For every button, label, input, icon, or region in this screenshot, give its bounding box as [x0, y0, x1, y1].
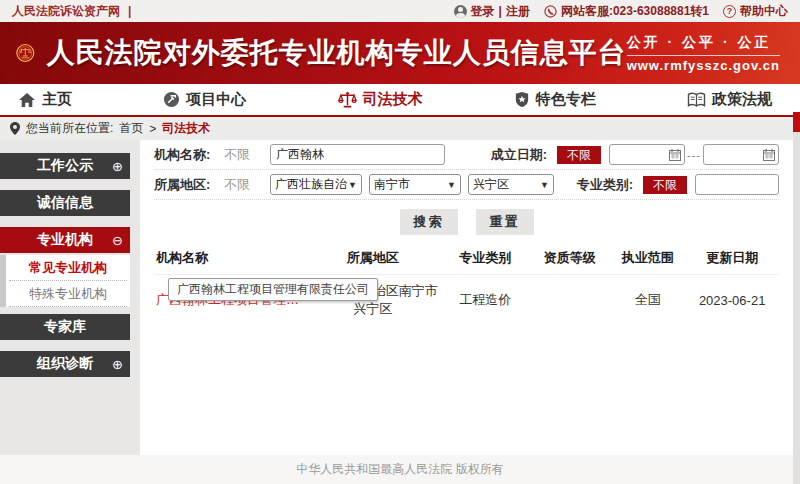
- col-updated: 更新日期: [685, 241, 779, 275]
- chevron-down-icon: ▼: [348, 180, 357, 190]
- sidebar-item-professional-orgs[interactable]: 专业机构 ⊖: [0, 227, 130, 253]
- expand-icon[interactable]: ⊕: [112, 357, 123, 372]
- category-input[interactable]: [695, 174, 779, 195]
- help-link[interactable]: 帮助中心: [740, 3, 788, 20]
- court-emblem-logo: [16, 31, 35, 75]
- collapse-icon[interactable]: ⊖: [112, 233, 123, 248]
- founded-date-end-input[interactable]: [703, 144, 779, 165]
- col-category: 专业类别: [442, 241, 530, 275]
- project-icon: [163, 91, 180, 108]
- province-select[interactable]: 广西壮族自治 ▼: [270, 174, 362, 195]
- org-grade-cell: [529, 275, 610, 326]
- org-scope-cell: 全国: [610, 275, 685, 326]
- professional-orgs-submenu: 常见专业机构 特殊专业机构: [0, 255, 130, 307]
- search-results-panel: 机构名称: 不限 成立日期: 不限 --- 所属地区: 不限 广西壮族自治 ▼ …: [140, 140, 793, 455]
- scales-icon: [338, 91, 357, 109]
- register-link[interactable]: 注册: [506, 3, 530, 20]
- help-icon: ?: [723, 5, 736, 18]
- nav-item-judicial-tech[interactable]: 司法技术: [338, 90, 423, 109]
- phone-icon: [544, 5, 557, 18]
- expand-icon[interactable]: ⊕: [112, 159, 123, 174]
- category-unlimited-button[interactable]: 不限: [643, 176, 687, 194]
- hotline-text: 网站客服:023-63088881转1: [561, 3, 709, 20]
- chevron-down-icon: ▼: [540, 180, 549, 190]
- sidebar-item-integrity-info[interactable]: 诚信信息: [0, 190, 130, 216]
- results-table-header-row: 机构名称 所属地区 专业类别 资质等级 执业范围 更新日期: [154, 241, 779, 275]
- city-select[interactable]: 南宁市 ▼: [369, 174, 461, 195]
- sidebar: 工作公示 ⊕ 诚信信息 专业机构 ⊖ 常见专业机构 特殊专业机构 专家库 组织诊…: [0, 153, 130, 388]
- login-register-divider: |: [499, 4, 502, 18]
- nav-item-project-center[interactable]: 项目中心: [163, 90, 246, 109]
- breadcrumb-home-link[interactable]: 首页: [119, 120, 143, 137]
- main-content-area: 工作公示 ⊕ 诚信信息 专业机构 ⊖ 常见专业机构 特殊专业机构 专家库 组织诊…: [0, 140, 800, 455]
- book-icon: [687, 92, 706, 108]
- chevron-down-icon: ▼: [447, 180, 456, 190]
- col-region: 所属地区: [304, 241, 442, 275]
- breadcrumb-separator: >: [149, 122, 156, 136]
- top-utility-bar: 人民法院诉讼资产网 | 登录 | 注册 网站客服:023-63088881转1 …: [0, 0, 800, 22]
- topbar-divider: |: [128, 4, 131, 18]
- nav-item-home[interactable]: 主页: [18, 90, 72, 109]
- sidebar-item-org-diagnosis[interactable]: 组织诊断 ⊕: [0, 351, 130, 377]
- col-grade: 资质等级: [529, 241, 610, 275]
- org-category-cell: 工程造价: [442, 275, 530, 326]
- copyright-text: 中华人民共和国最高人民法院 版权所有: [296, 461, 503, 478]
- category-label: 专业类别:: [577, 176, 633, 194]
- region-label: 所属地区:: [154, 176, 224, 194]
- user-icon: [454, 5, 467, 18]
- reset-button[interactable]: 重置: [476, 209, 534, 235]
- filter-actions: 搜索 重置: [140, 200, 793, 239]
- location-pin-icon: [10, 122, 20, 135]
- org-name-input[interactable]: [270, 144, 445, 165]
- site-slogan: 公开 · 公平 · 公正: [627, 34, 780, 52]
- founded-unlimited-button[interactable]: 不限: [557, 146, 601, 164]
- region-unlimited-option[interactable]: 不限: [224, 176, 270, 194]
- nav-item-featured-column[interactable]: 特色专栏: [514, 90, 596, 109]
- col-scope: 执业范围: [610, 241, 685, 275]
- search-button[interactable]: 搜索: [400, 209, 458, 235]
- founded-date-label: 成立日期:: [491, 146, 547, 164]
- sidebar-item-expert-pool[interactable]: 专家库: [0, 314, 130, 340]
- col-org-name: 机构名称: [154, 241, 304, 275]
- page-scrollbar-thumb[interactable]: [793, 112, 800, 132]
- sidebar-subitem-special-orgs[interactable]: 特殊专业机构: [9, 281, 127, 307]
- calendar-icon: [669, 149, 681, 161]
- org-updated-cell: 2023-06-21: [685, 275, 779, 326]
- breadcrumb-prefix: 您当前所在位置:: [26, 120, 113, 137]
- site-name-link[interactable]: 人民法院诉讼资产网: [12, 3, 120, 20]
- sidebar-subitem-common-orgs[interactable]: 常见专业机构: [9, 255, 127, 281]
- site-title: 人民法院对外委托专业机构专业人员信息平台: [47, 34, 627, 72]
- org-name-label: 机构名称:: [154, 146, 224, 164]
- main-nav: 主页 项目中心 司法技术 特色专栏 政策法规: [0, 84, 800, 117]
- site-header-banner: 人民法院对外委托专业机构专业人员信息平台 公开 · 公平 · 公正 www.rm…: [0, 22, 800, 84]
- district-select[interactable]: 兴宁区 ▼: [468, 174, 554, 195]
- home-icon: [18, 92, 36, 108]
- org-name-unlimited-option[interactable]: 不限: [224, 146, 270, 164]
- badge-star-icon: [514, 91, 530, 108]
- filter-row-region-category: 所属地区: 不限 广西壮族自治 ▼ 南宁市 ▼ 兴宁区 ▼ 专业类别: 不限: [154, 170, 779, 200]
- date-range-separator: ---: [687, 149, 701, 161]
- breadcrumb: 您当前所在位置: 首页 > 司法技术: [0, 117, 800, 140]
- footer: 中华人民共和国最高人民法院 版权所有: [0, 455, 800, 484]
- site-url: www.rmfysszc.gov.cn: [627, 55, 780, 73]
- breadcrumb-current: 司法技术: [162, 120, 210, 137]
- filter-row-name-date: 机构名称: 不限 成立日期: 不限 ---: [154, 140, 779, 170]
- sidebar-item-work-publicity[interactable]: 工作公示 ⊕: [0, 153, 130, 179]
- login-link[interactable]: 登录: [471, 3, 495, 20]
- calendar-icon: [763, 149, 775, 161]
- founded-date-start-input[interactable]: [609, 144, 685, 165]
- org-name-tooltip: 广西翰林工程项目管理有限责任公司: [168, 278, 378, 301]
- nav-item-policies[interactable]: 政策法规: [687, 90, 772, 109]
